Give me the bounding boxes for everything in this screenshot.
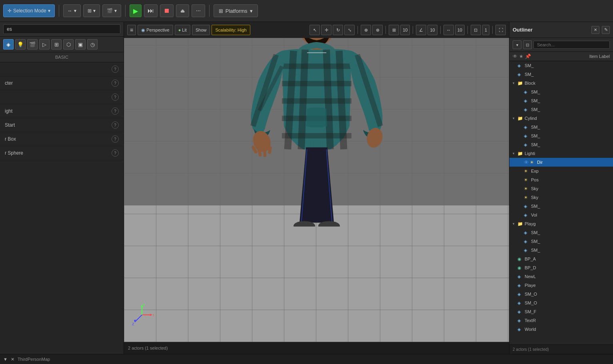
status-close-btn[interactable]: ▼ bbox=[3, 357, 8, 362]
scale-btn[interactable]: ⤡ bbox=[344, 25, 355, 35]
info-icon[interactable]: ? bbox=[112, 93, 119, 101]
viewport-status-text: 2 actors (1 selected) bbox=[128, 346, 168, 350]
dist-display[interactable]: 10 bbox=[455, 25, 465, 35]
tree-item[interactable]: ☀Pos bbox=[509, 175, 613, 184]
surface-snapping-btn[interactable]: ⊗ bbox=[372, 25, 383, 35]
list-item[interactable]: r Sphere ? bbox=[0, 146, 124, 160]
tree-item[interactable]: ◈SM_ bbox=[509, 105, 613, 114]
info-icon[interactable]: ? bbox=[112, 80, 119, 87]
tree-item[interactable]: ◈SM_ bbox=[509, 202, 613, 211]
tree-item[interactable]: ◈NewL bbox=[509, 272, 613, 281]
outliner-filter-button[interactable]: ▾ bbox=[513, 40, 521, 49]
tree-item[interactable]: ◈SM_ bbox=[509, 70, 613, 79]
rotate-btn[interactable]: ↻ bbox=[333, 25, 343, 35]
outliner-close-button[interactable]: ✕ bbox=[591, 26, 599, 34]
info-icon[interactable]: ? bbox=[112, 66, 119, 73]
viewport[interactable]: ≡ ◉ Perspective ● Lit Show Scalability: … bbox=[124, 22, 509, 354]
shapes-icon-btn[interactable]: ◈ bbox=[3, 39, 14, 50]
tree-item[interactable]: ◈SM_ bbox=[509, 246, 613, 255]
all-icon-btn[interactable]: ▣ bbox=[75, 39, 86, 50]
tree-item[interactable]: ▾📁Cylind bbox=[509, 114, 613, 123]
camera-tool-button[interactable]: 🎬 ▾ bbox=[102, 4, 121, 17]
move-tool-button[interactable]: ↔ ▾ bbox=[63, 4, 81, 17]
tree-item[interactable]: ☀Sky bbox=[509, 184, 613, 193]
outliner-filter2-button[interactable]: ⊡ bbox=[523, 40, 532, 49]
recently-used-icon-btn[interactable]: ◷ bbox=[87, 39, 98, 50]
translate-btn[interactable]: ✛ bbox=[321, 25, 331, 35]
grid-button[interactable]: ⊞ bbox=[389, 25, 399, 35]
tree-item[interactable]: ◈TextR bbox=[509, 316, 613, 325]
world-grid-btn[interactable]: ⊕ bbox=[361, 25, 371, 35]
show-button[interactable]: Show bbox=[192, 25, 210, 35]
tree-item[interactable]: ☀Sky bbox=[509, 193, 613, 202]
select-mode-btn[interactable]: ↖ bbox=[309, 25, 320, 35]
tree-item[interactable]: ◈SM_O bbox=[509, 290, 613, 298]
platforms-button[interactable]: ⊞ Platforms ▾ bbox=[214, 4, 258, 17]
list-item[interactable]: ? bbox=[0, 62, 124, 76]
info-icon[interactable]: ? bbox=[112, 149, 119, 157]
grid-size-display[interactable]: 10 bbox=[400, 25, 410, 35]
visibility-toggle-icon[interactable]: 👁 bbox=[524, 159, 529, 165]
tree-item[interactable]: ◈SM_O bbox=[509, 298, 613, 307]
tree-item[interactable]: ◈SM_ bbox=[509, 88, 613, 96]
pin-icon[interactable]: 📌 bbox=[525, 54, 531, 59]
angle-button[interactable]: ∠ bbox=[416, 25, 426, 35]
dist-button[interactable]: ↔ bbox=[443, 25, 454, 35]
main-area: ◈ 💡 🎬 ▷ ⊞ ⬡ ▣ ◷ BASIC ? cter ? ? bbox=[0, 22, 613, 354]
tree-item[interactable]: ◈World bbox=[509, 325, 613, 334]
info-icon[interactable]: ? bbox=[112, 135, 119, 143]
play-button[interactable]: ▶ bbox=[130, 4, 142, 17]
visual-effects-icon-btn[interactable]: ▷ bbox=[39, 39, 50, 50]
outliner-tree[interactable]: ◈SM_◈SM_▾📁Block◈SM_◈SM_◈SM_▾📁Cylind◈SM_◈… bbox=[509, 61, 613, 344]
tree-item[interactable]: ◈Vol bbox=[509, 211, 613, 219]
tree-item[interactable]: ◈SM_ bbox=[509, 96, 613, 105]
layer-button[interactable]: ⊡ bbox=[471, 25, 481, 35]
eject-button[interactable]: ⏏ bbox=[176, 4, 189, 17]
scalability-button[interactable]: Scalability: High bbox=[212, 25, 250, 35]
status-x-btn[interactable]: ✕ bbox=[11, 357, 14, 362]
tree-item[interactable]: ◈SM_ bbox=[509, 131, 613, 140]
tree-item[interactable]: ◈SM_ bbox=[509, 140, 613, 149]
tree-item[interactable]: ◈SM_ bbox=[509, 61, 613, 70]
tree-item[interactable]: ▾📁Block bbox=[509, 79, 613, 88]
lit-button[interactable]: ● Lit bbox=[175, 25, 190, 35]
tree-item[interactable]: ▾📁Playg bbox=[509, 219, 613, 228]
info-icon[interactable]: ? bbox=[112, 121, 119, 129]
tree-item[interactable]: ◈SM_ bbox=[509, 237, 613, 246]
advance-play-button[interactable]: ⏭ bbox=[144, 4, 158, 17]
tree-item[interactable]: 👁☀Dir bbox=[509, 158, 613, 167]
tree-item[interactable]: ◈SM_ bbox=[509, 228, 613, 237]
tree-item[interactable]: ◉BP_A bbox=[509, 255, 613, 263]
tree-item[interactable]: ◉BP_D bbox=[509, 263, 613, 272]
outliner-search-input[interactable] bbox=[533, 41, 610, 49]
tree-item[interactable]: ☀Exp bbox=[509, 167, 613, 175]
stop-button[interactable]: ⏹ bbox=[160, 4, 174, 17]
search-input[interactable] bbox=[3, 24, 120, 34]
viewport-menu-button[interactable]: ≡ bbox=[127, 25, 136, 35]
perspective-button[interactable]: ◉ Perspective bbox=[138, 25, 173, 35]
more-button[interactable]: ⋯ bbox=[192, 4, 205, 17]
favorite-icon[interactable]: ★ bbox=[519, 54, 523, 59]
tree-item[interactable]: ▾📁Lighti bbox=[509, 149, 613, 158]
list-item[interactable]: ? bbox=[0, 90, 124, 104]
info-icon[interactable]: ? bbox=[112, 107, 119, 115]
selection-mode-button[interactable]: ✛ Selection Mode ▾ bbox=[3, 4, 55, 17]
cinematic-icon-btn[interactable]: 🎬 bbox=[27, 39, 38, 50]
tree-item[interactable]: ◈Playe bbox=[509, 281, 613, 290]
list-item[interactable]: cter ? bbox=[0, 76, 124, 90]
maximize-button[interactable]: ⛶ bbox=[495, 25, 506, 35]
layer-display[interactable]: 1 bbox=[482, 25, 489, 35]
tree-item[interactable]: ◈SM_ bbox=[509, 123, 613, 131]
tree-item-label: Lighti bbox=[525, 151, 535, 156]
geometry-icon-btn[interactable]: ⊞ bbox=[51, 39, 62, 50]
outliner-edit-button[interactable]: ✎ bbox=[602, 26, 610, 34]
angle-display[interactable]: 10 bbox=[427, 25, 437, 35]
list-item[interactable]: Start ? bbox=[0, 118, 124, 132]
visibility-icon[interactable]: 👁 bbox=[513, 54, 517, 59]
volumes-icon-btn[interactable]: ⬡ bbox=[63, 39, 74, 50]
tree-item[interactable]: ◈SM_F bbox=[509, 307, 613, 316]
snap-tool-button[interactable]: ⊞ ▾ bbox=[83, 4, 100, 17]
lights-icon-btn[interactable]: 💡 bbox=[15, 39, 26, 50]
list-item[interactable]: r Box ? bbox=[0, 132, 124, 146]
list-item[interactable]: ight ? bbox=[0, 104, 124, 118]
